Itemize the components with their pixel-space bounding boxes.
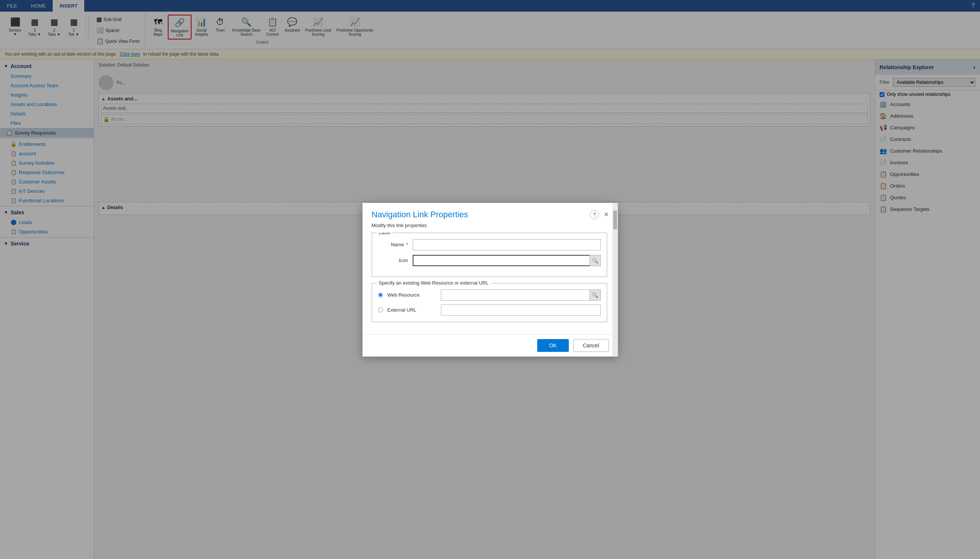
cancel-button[interactable]: Cancel [573, 339, 609, 352]
icon-input-group: 🔍 [413, 255, 601, 266]
web-resource-row: Web Resource 🔍 [378, 289, 601, 301]
modal-label-section: Label Name * Icon 🔍 [372, 233, 607, 277]
modal-subtitle: Modify this link properties [363, 223, 618, 233]
modal-header-actions: ? × [590, 210, 609, 219]
external-url-radio[interactable] [378, 308, 383, 313]
icon-input[interactable] [413, 255, 590, 266]
ok-button[interactable]: OK [537, 339, 569, 352]
external-url-input[interactable] [441, 304, 601, 316]
modal-header: Navigation Link Properties ? × [363, 203, 618, 223]
name-input[interactable] [413, 239, 601, 250]
name-required-star: * [406, 242, 408, 247]
url-section-legend: Specify an existing Web Resource or exte… [376, 280, 491, 286]
modal-title: Navigation Link Properties [372, 210, 468, 220]
web-resource-input[interactable] [441, 289, 590, 301]
modal-body: Label Name * Icon 🔍 [363, 233, 618, 334]
modal-help-button[interactable]: ? [590, 210, 599, 219]
modal-url-section: Specify an existing Web Resource or exte… [372, 283, 607, 322]
icon-label: Icon [378, 258, 408, 263]
modal-scroll-thumb [613, 210, 617, 229]
modal-footer: OK Cancel [363, 334, 618, 356]
modal: Navigation Link Properties ? × Modify th… [362, 203, 618, 357]
name-row: Name * [378, 239, 601, 250]
modal-overlay[interactable]: Navigation Link Properties ? × Modify th… [0, 0, 980, 559]
external-url-row: External URL [378, 304, 601, 316]
icon-browse-icon: 🔍 [592, 258, 598, 263]
icon-browse-btn[interactable]: 🔍 [590, 255, 601, 266]
web-resource-radio[interactable] [378, 293, 383, 298]
url-radio-group: Web Resource 🔍 External URL [378, 289, 601, 316]
modal-scrollbar[interactable] [612, 203, 618, 356]
label-section-legend: Label [376, 233, 393, 235]
modal-close-button[interactable]: × [604, 210, 609, 219]
web-resource-browse-icon: 🔍 [592, 292, 598, 298]
name-label: Name * [378, 242, 408, 247]
web-resource-browse-btn[interactable]: 🔍 [590, 289, 601, 301]
external-url-label: External URL [388, 307, 436, 313]
web-resource-input-group: 🔍 [441, 289, 601, 301]
web-resource-label: Web Resource [388, 292, 436, 298]
icon-row: Icon 🔍 [378, 255, 601, 266]
